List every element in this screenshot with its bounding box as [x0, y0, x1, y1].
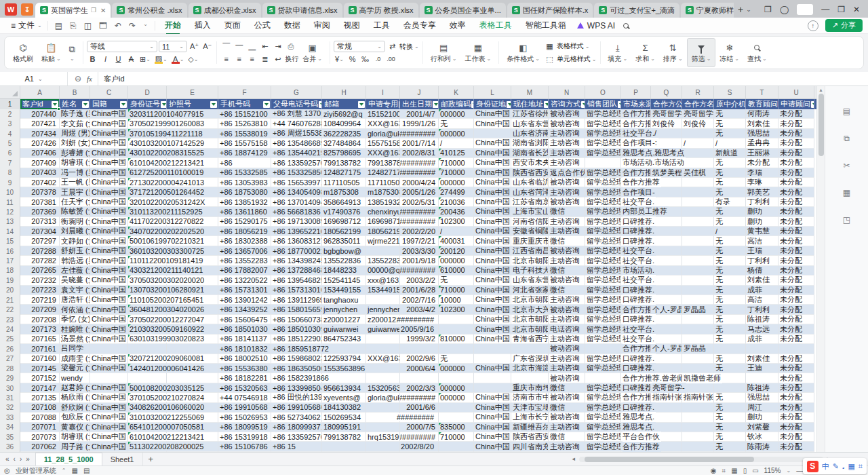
cell-P12[interactable]: 内部员工推荐 [621, 207, 651, 216]
cell-L2[interactable]: China中国 [474, 109, 511, 119]
cell-U4[interactable]: 未分配 [778, 129, 814, 138]
cell-O3[interactable]: 留学总经理 [585, 119, 621, 128]
table-header-U[interactable]: 申请顾问 [778, 99, 814, 109]
cell-H24[interactable]: guiwanwei [322, 324, 366, 334]
file-menu[interactable]: ≡ 文件 ⌄ [5, 20, 47, 31]
filter-dropdown-icon[interactable] [52, 101, 58, 108]
cell-B31[interactable]: 杨欣雨 (女 [60, 393, 90, 402]
cell-K19[interactable]: 无 [439, 276, 474, 285]
cell-H32[interactable]: 184130382 [322, 403, 366, 413]
cell-D18[interactable]: 430321200211140121 [128, 266, 167, 276]
cell-K8[interactable]: 710000 [439, 168, 474, 178]
cell-P23[interactable]: 口碑推荐. [621, 315, 651, 324]
cell-B2[interactable]: 陈子逸 (男 [60, 109, 90, 119]
cell-U10[interactable]: 未分配 [778, 187, 814, 197]
cell-D4[interactable]: 370105199411221118 [128, 129, 167, 138]
cell-J31[interactable]: ######### [400, 393, 439, 402]
cell-I35[interactable]: hrq153199 [366, 432, 400, 442]
cell-O10[interactable]: 留学总经理 [585, 187, 621, 197]
cell-F3[interactable]: +86 15263810 [218, 119, 271, 128]
row-header-8[interactable]: 8 [0, 168, 20, 178]
cell-R8[interactable]: 吴佳棋 [682, 168, 714, 178]
cell-C8[interactable]: China中国 [90, 168, 128, 178]
cell-H27[interactable]: 122593794 [322, 354, 366, 364]
justify-icon[interactable]: ≣ [259, 54, 271, 64]
cell-C24[interactable]: China中国 [90, 324, 128, 334]
fill-color-button[interactable]: ▨⌄ [153, 54, 169, 64]
cell-I2[interactable]: 151521001 [366, 109, 400, 119]
cell-R18[interactable] [682, 266, 714, 276]
cell-Q3[interactable]: 刘俊伶 [651, 119, 682, 128]
cell-R27[interactable] [682, 354, 714, 364]
file-tab-1[interactable]: S常州公积金 .xlsx [112, 3, 186, 18]
cell-F13[interactable]: +86 15290175 [218, 217, 271, 227]
cell-D11[interactable]: 32010220020531242X [128, 197, 167, 207]
cell-D34[interactable]: 654101200007050581 [128, 423, 167, 432]
cell-P29[interactable]: 合作方推荐.曾老师 [621, 373, 651, 383]
cell-N3[interactable]: 被动咨询 [549, 119, 585, 128]
fill-handle[interactable] [57, 107, 60, 111]
cell-U12[interactable]: 未分配 [778, 207, 814, 216]
table-header-A[interactable]: 客户id [20, 99, 60, 109]
cell-C31[interactable]: China中国 [90, 393, 128, 402]
cell-K26[interactable] [439, 344, 474, 354]
table-header-B[interactable]: 姓名 [60, 99, 90, 109]
formula-input[interactable]: 客户id [98, 72, 125, 86]
cell-D7[interactable]: 610104200212213421 [128, 158, 167, 168]
eye-protect-icon[interactable]: ◉ [711, 467, 717, 474]
cell-P32[interactable]: 口碑推荐. [621, 403, 651, 413]
cell-A11[interactable]: 207381 [20, 197, 60, 207]
row-header-31[interactable]: 31 [0, 393, 20, 402]
cell-I24[interactable]: guiwanwei [366, 324, 400, 334]
cell-G27[interactable]: +86 1598680231 [271, 354, 322, 364]
cell-H17[interactable]: 135522836 [322, 256, 366, 265]
row-header-34[interactable]: 34 [0, 423, 20, 432]
cell-F30[interactable]: +86 15320563 [218, 383, 271, 393]
cell-M4[interactable]: 山东省济南 [511, 129, 549, 138]
horizontal-scrollbar[interactable] [579, 457, 823, 462]
align-bottom-icon[interactable]: ⎽ [246, 41, 258, 52]
sheet-tab-Sheet1[interactable]: Sheet1 [102, 453, 143, 466]
cell-D22[interactable]: 360481200304020026 [128, 305, 167, 314]
cell-I25[interactable] [366, 335, 400, 344]
cell-S19[interactable]: 无 [714, 276, 746, 285]
cell-N15[interactable]: 微信 [549, 236, 585, 246]
cell-A5[interactable]: 207426 [20, 138, 60, 148]
row-header-29[interactable]: 29 [0, 373, 20, 383]
avatar[interactable] [797, 4, 813, 15]
cell-B11[interactable]: 任天宇 (女 [60, 197, 90, 207]
cell-B35[interactable]: 胡睿琪 (女 [60, 432, 90, 442]
cell-H8[interactable]: 124827175 [322, 168, 366, 178]
cell-B12[interactable]: 陈敏赟 (女 [60, 207, 90, 216]
cell-D21[interactable]: 110105200207165451 [128, 295, 167, 305]
cell-N28[interactable]: 主动咨询 [549, 364, 585, 373]
cell-D9[interactable]: 271302200004241013 [128, 178, 167, 187]
highlight-mode-icon[interactable]: ⌗ [722, 467, 726, 475]
cell-H7[interactable]: 799138782 [322, 158, 366, 168]
cell-J11[interactable]: 2002/5/31 [400, 197, 439, 207]
cell-T27[interactable]: 刘素佳 [746, 354, 778, 364]
cell-J32[interactable]: 2001/6/6 [400, 403, 439, 413]
cell-R29[interactable]: 凯撒曾老师 [682, 373, 714, 383]
cell-I22[interactable]: jennychen [366, 305, 400, 314]
cell-P18[interactable]: 市场活动. [621, 266, 651, 276]
cell-S33[interactable]: 无 [714, 413, 746, 422]
cell-B6[interactable]: 彭睿婧 (女 [60, 149, 90, 158]
cell-R31[interactable]: 指南针张老 [682, 393, 714, 402]
cell-D12[interactable]: 310113200211152925 [128, 207, 167, 216]
cell-M11[interactable]: 江苏省南京 [511, 197, 549, 207]
cell-F7[interactable]: +86 [218, 158, 271, 168]
cell-J9[interactable]: 2000/4/24 [400, 178, 439, 187]
cell-J25[interactable]: 1999/3/2 [400, 335, 439, 344]
comma-style-icon[interactable]: ‰ [359, 54, 371, 64]
preview-icon[interactable]: 🗔 [99, 21, 107, 31]
normal-view-icon[interactable]: ▦ [731, 467, 737, 474]
cell-C9[interactable]: China中国 [90, 178, 128, 187]
scroll-left-icon[interactable]: ◂ [572, 455, 575, 462]
cell-I19[interactable]: xxx@163.c [366, 276, 400, 285]
cell-M35[interactable]: 陕西省西安 [511, 432, 549, 442]
cell-L3[interactable]: China中国 [474, 119, 511, 128]
cell-N19[interactable]: 被动咨询 [549, 276, 585, 285]
settings-icon[interactable]: ◳ [843, 215, 850, 225]
cell-U17[interactable]: 未分配 [778, 256, 814, 265]
